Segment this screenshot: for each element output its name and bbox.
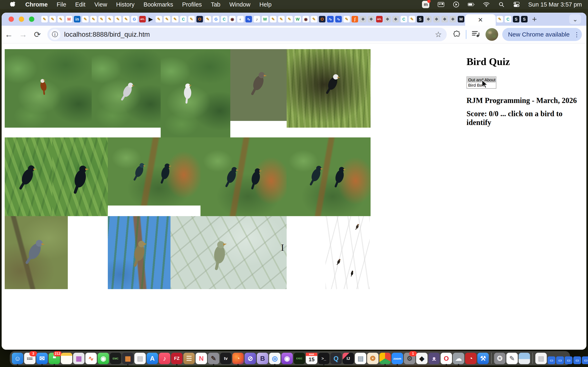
dock-item-inkscape[interactable]: ◆ [416, 353, 428, 364]
bird-photo-brahminy-kite-flying-over-trees[interactable] [5, 49, 92, 128]
bird-photo-two-drongos-on-branch-flowers[interactable] [108, 137, 200, 206]
reload-button[interactable]: ⟳ [30, 30, 44, 39]
wifi-icon[interactable] [483, 1, 490, 8]
pinned-tab-p[interactable]: ✎ [310, 15, 318, 24]
bird-photo-grey-goshawk-perched-on-stump[interactable] [92, 49, 161, 128]
active-tab[interactable]: ✕ [465, 14, 496, 26]
pinned-tab-p[interactable]: ✎ [187, 15, 196, 24]
menu-bookmarks[interactable]: Bookmarks [144, 1, 173, 8]
dock-item-minimized-window[interactable]: ▭ [573, 356, 581, 364]
more-menu-icon[interactable]: ⋮ [574, 31, 580, 38]
pinned-tab-abc[interactable]: ∿ [245, 15, 253, 24]
url-text[interactable]: localhost:8888/bird_quiz.htm [64, 31, 150, 38]
menu-edit[interactable]: Edit [75, 1, 85, 8]
bird-photo-two-drongos-on-branch-flowers-3[interactable] [287, 137, 371, 216]
bird-photo-magpie-in-long-grass[interactable] [287, 49, 371, 128]
dock-item-contacts[interactable]: ☰ [183, 353, 195, 364]
dock-item-accessibility[interactable]: ✪ [494, 353, 506, 364]
zoom-window-button[interactable] [29, 17, 34, 22]
pinned-tab-afl[interactable]: AFL [138, 15, 147, 24]
control-center-icon[interactable] [513, 1, 520, 8]
pinned-tab-gb[interactable]: ❖ [367, 15, 375, 24]
dock-item-gauge-app[interactable]: ◔ [465, 353, 476, 364]
dock-item-mail[interactable]: ✉ [36, 353, 48, 364]
bird-photo-pale-bird-among-twigs[interactable] [171, 216, 287, 289]
pinned-tab-gl[interactable]: ◐ [236, 15, 245, 24]
pinned-tab-o[interactable]: O [196, 15, 204, 24]
pinned-tab-gb[interactable]: ❖ [441, 15, 449, 24]
back-button[interactable]: ← [2, 30, 16, 39]
dock-item-gimp[interactable]: ✎ [208, 353, 219, 364]
dock-item-bbedit[interactable]: B [257, 353, 268, 364]
dock-item-emc-terminal[interactable]: EMC [110, 353, 121, 364]
pinned-tab-s[interactable]: S [512, 15, 520, 24]
bird-photo-white-tern-wings-raised-on-stump[interactable] [161, 49, 230, 137]
tab-search-chevron-icon[interactable]: ⌄ [569, 14, 581, 24]
pinned-tab-p[interactable]: ✎ [49, 15, 57, 24]
dock-item-opera[interactable]: O [441, 353, 452, 364]
dock-item-notes[interactable] [61, 353, 72, 364]
pinned-tab-p[interactable]: ✎ [98, 15, 106, 24]
pinned-tab-gb[interactable]: ❖ [392, 15, 400, 24]
pinned-tab-abc[interactable]: ∿ [334, 15, 343, 24]
dock-item-calculator[interactable]: ▦ [122, 353, 134, 364]
media-controls-icon[interactable] [472, 30, 480, 39]
menu-tab[interactable]: Tab [211, 1, 221, 8]
pinned-tab-c[interactable]: C [504, 15, 512, 24]
dock-item-chrome[interactable] [379, 353, 391, 364]
mail-status-icon[interactable]: m [422, 1, 429, 8]
menubar-clock[interactable]: Sun 15 Mar 3:57 pm [528, 1, 582, 8]
spotlight-search-icon[interactable] [498, 1, 505, 8]
pinned-tab-p[interactable]: ✎ [114, 15, 122, 24]
pinned-tab-p[interactable]: ✎ [89, 15, 98, 24]
close-window-button[interactable] [9, 17, 14, 22]
play-status-icon[interactable] [453, 1, 459, 8]
pinned-tab-gb[interactable]: ❖ [424, 15, 432, 24]
dock-item-minimized-window[interactable]: ▭ [565, 356, 572, 364]
dock-item-facetime[interactable]: ◉ [98, 353, 109, 364]
pinned-tab-p[interactable]: ✎ [496, 15, 504, 24]
dock-item-music[interactable]: ♪ [159, 353, 170, 364]
pinned-tab-pb[interactable]: ▶ [147, 15, 155, 24]
bird-photo-two-drongos-on-branch-flowers-2[interactable] [200, 137, 287, 216]
close-tab-icon[interactable]: ✕ [478, 17, 483, 23]
pinned-tab-gb[interactable]: ❖ [383, 15, 392, 24]
pinned-tab-md[interactable]: M [457, 15, 465, 24]
dock-item-minimized-window[interactable]: ▭ [582, 356, 588, 364]
address-bar[interactable]: ⓘ localhost:8888/bird_quiz.htm ☆ [47, 28, 447, 41]
bird-photo-tawny-frogmouth-on-tree-trunk[interactable] [230, 49, 287, 121]
pinned-tab-afl[interactable]: AFL [375, 15, 383, 24]
pinned-tab-p[interactable]: ✎ [277, 15, 285, 24]
pinned-tab-abc[interactable]: ∿ [326, 15, 334, 24]
chrome-update-button[interactable]: New Chrome available ⋮ [502, 28, 582, 41]
dock-item-apple-tv[interactable]: tv [220, 353, 232, 364]
menu-view[interactable]: View [94, 1, 107, 8]
dock-item-filezilla[interactable]: FZ [171, 353, 182, 364]
extensions-icon[interactable] [452, 30, 461, 39]
dock-item-notes-doc[interactable]: ✎ [506, 353, 518, 364]
pinned-tab-ob[interactable]: ʃ [351, 15, 359, 24]
bird-photo-wattlebird-on-branch-blue-sky[interactable] [108, 216, 171, 289]
pinned-tab-s[interactable]: S [416, 15, 424, 24]
pinned-tab-p[interactable]: ✎ [106, 15, 114, 24]
pinned-tab-m[interactable]: M [65, 15, 73, 24]
pinned-tab-p[interactable]: ✎ [269, 15, 277, 24]
dock-item-zoom[interactable]: zoom [392, 353, 403, 364]
dock-item-graphs[interactable]: ∿ [85, 353, 97, 364]
battery-icon[interactable] [468, 1, 475, 8]
dock-item-firefox[interactable]: ◔ [232, 353, 244, 364]
pinned-tab-p[interactable]: ✎ [155, 15, 163, 24]
pinned-tab-p[interactable]: ✎ [81, 15, 89, 24]
bookmark-star-icon[interactable]: ☆ [435, 30, 442, 39]
pinned-tab-p[interactable]: ✎ [57, 15, 65, 24]
dock-item-reminders[interactable]: ≔3 [24, 353, 35, 364]
dock-item-blocked-app[interactable]: ⊘ [245, 353, 256, 364]
pinned-tab-p[interactable]: ✎ [204, 15, 212, 24]
dock-item-minimized-window[interactable]: ▭ [556, 356, 564, 364]
pinned-tab-g[interactable]: G [130, 15, 138, 24]
pinned-tab-p[interactable]: ✎ [122, 15, 130, 24]
dock-item-document-file[interactable]: ▤ [535, 353, 547, 364]
dock-item-news[interactable]: N [196, 353, 207, 364]
bird-photo-spangled-drongo-closeup-front[interactable] [52, 137, 108, 216]
dock-item-intellij[interactable]: IJ [343, 353, 354, 364]
